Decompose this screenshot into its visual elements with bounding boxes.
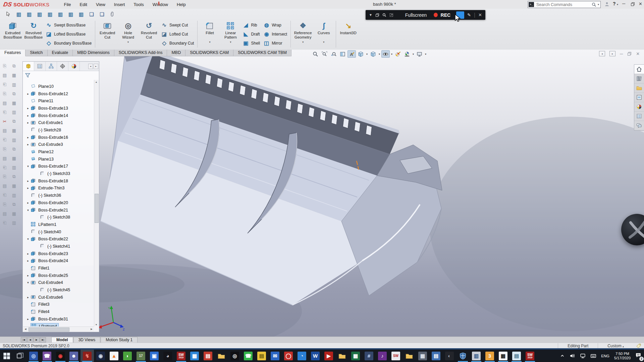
dock-tool-icon-1[interactable]: ⎘: [1, 62, 8, 70]
dock-tool-icon-25[interactable]: ⎘: [1, 173, 8, 180]
rib-button[interactable]: ◢Rib: [243, 21, 260, 29]
modeltab-model[interactable]: Model: [51, 337, 73, 343]
help-dropdown-icon[interactable]: ▾: [617, 3, 618, 6]
expand-icon[interactable]: ▸: [25, 179, 31, 183]
app-calculator[interactable]: ▦: [496, 350, 510, 362]
taskpane-view-palette[interactable]: [634, 93, 644, 102]
curves-button[interactable]: ∫Curves ▾: [313, 20, 334, 49]
tree-item-bossextrude21[interactable]: ▾Boss-Extrude21: [23, 206, 99, 214]
tree-item-plane10[interactable]: Plane10: [23, 83, 99, 90]
app-media[interactable]: ♪: [376, 350, 389, 362]
tree-tabs-left-icon[interactable]: ◂: [88, 64, 93, 69]
help-button[interactable]: ?: [613, 1, 616, 6]
tree-item-bossextrude20[interactable]: ▸Boss-Extrude20: [23, 199, 99, 206]
search-scope-icon[interactable]: >_: [529, 2, 534, 7]
tab-sketch[interactable]: Sketch: [25, 50, 47, 56]
expand-icon[interactable]: ▸: [25, 296, 31, 299]
dock-tool-icon-35[interactable]: ⎗: [1, 219, 8, 227]
vertical-scroll-thumb[interactable]: [95, 194, 99, 223]
dock-tool-icon-17[interactable]: ⎗: [1, 136, 8, 143]
pin-icon[interactable]: [156, 1, 161, 8]
intersect-button[interactable]: ◉Intersect: [263, 30, 287, 38]
wrap-button[interactable]: ◍Wrap: [263, 21, 287, 29]
taskpane-custom-properties[interactable]: [634, 112, 644, 121]
tray-chevron-up-icon[interactable]: [560, 353, 565, 358]
recorder-window-icon[interactable]: [375, 13, 379, 17]
viewport-close-button[interactable]: ✕: [636, 51, 640, 56]
expand-icon[interactable]: ▸: [25, 143, 31, 146]
next-tab-button[interactable]: ▶: [34, 337, 40, 343]
tree-item-cutextrude1[interactable]: ▸Cut-Extrude1: [23, 119, 99, 126]
recorder-pencil-icon[interactable]: ✎: [467, 12, 471, 17]
app-sphere[interactable]: ◕: [161, 350, 174, 362]
expand-icon[interactable]: ▸: [25, 274, 31, 277]
view-settings-icon[interactable]: [415, 50, 424, 58]
scroll-up-icon[interactable]: ▲: [94, 80, 98, 84]
document-icon-1[interactable]: ❏: [88, 10, 95, 18]
section-view-icon[interactable]: [338, 50, 347, 58]
apply-scene-icon-dropdown[interactable]: ▾: [413, 53, 414, 56]
menu-tools[interactable]: Tools: [129, 1, 148, 8]
expand-icon[interactable]: ▾: [25, 237, 31, 241]
dock-tool-icon-20[interactable]: ⧉: [10, 145, 18, 153]
dock-tool-icon-3[interactable]: ▤: [1, 72, 8, 79]
view-tool-icon-1[interactable]: ▥: [15, 10, 22, 18]
tree-item-fillet4[interactable]: Fillet4: [23, 308, 99, 315]
edit-appearance-icon[interactable]: [394, 50, 402, 58]
app-obs[interactable]: ◎: [228, 350, 241, 362]
previous-view-icon[interactable]: [329, 50, 338, 58]
document-icon-2[interactable]: ❏: [98, 10, 106, 18]
dock-tool-icon-11[interactable]: ⎗: [1, 109, 8, 116]
search-dropdown-icon[interactable]: ▾: [598, 3, 599, 6]
recorder-zoom-icon[interactable]: [382, 13, 386, 17]
reference-geometry-button[interactable]: ❖ReferenceGeometry▾: [292, 20, 313, 49]
app-tracen[interactable]: ◎: [27, 350, 40, 362]
tab-displaymanager[interactable]: [68, 62, 80, 71]
dock-tool-icon-29[interactable]: ⎗: [1, 191, 8, 199]
app-sw-alt[interactable]: SW: [389, 350, 402, 362]
annotation-views-icon[interactable]: [347, 50, 356, 58]
expand-icon[interactable]: ▾: [25, 208, 31, 212]
expand-icon[interactable]: ▸: [25, 114, 31, 117]
app-mail[interactable]: ✉: [268, 350, 282, 362]
start-button[interactable]: [0, 350, 13, 362]
tree-item-bossextrude23[interactable]: ▸Boss-Extrude23: [23, 250, 99, 257]
app-sublime[interactable]: 3: [483, 350, 496, 362]
app-discord[interactable]: ☻: [67, 350, 80, 362]
recorder-close-icon[interactable]: ✕: [478, 12, 482, 17]
tab-configurationmanager[interactable]: [46, 62, 57, 71]
app-reader[interactable]: ▤: [201, 350, 215, 362]
tag-icon[interactable]: [636, 343, 641, 349]
graphics-viewport[interactable]: Y X Z FeaturesSketchEvaluateMBD Dimensio…: [0, 50, 644, 337]
app-steam[interactable]: ◉: [94, 350, 107, 362]
recorder-floating-bubble[interactable]: [621, 214, 644, 245]
expand-icon[interactable]: ▸: [25, 201, 31, 204]
app-grid[interactable]: ▦: [416, 350, 429, 362]
taskpane-file-explorer[interactable]: [634, 83, 644, 93]
menu-help[interactable]: Help: [172, 1, 190, 8]
search-input[interactable]: [536, 2, 592, 7]
dock-tool-icon-22[interactable]: ▦: [10, 155, 18, 162]
dock-tool-icon-5[interactable]: ⎗: [1, 81, 8, 88]
tree-item-bossextrude12[interactable]: ▸Boss-Extrude12: [23, 90, 99, 98]
next-pane-button[interactable]: ▸: [609, 51, 615, 56]
expand-icon[interactable]: ▸: [25, 259, 31, 262]
modeltab-motion-study-1[interactable]: Motion Study 1: [101, 337, 138, 343]
tree-item-bossextrude31[interactable]: ▸Boss-Extrude31: [23, 315, 99, 323]
network-icon[interactable]: [580, 353, 586, 359]
hole-wizard-button-dropdown-icon[interactable]: ▾: [127, 41, 129, 44]
expand-icon[interactable]: ▸: [25, 92, 31, 96]
scroll-left-icon[interactable]: ◀: [23, 327, 28, 331]
close-button[interactable]: ✕: [639, 1, 642, 6]
tree-item-sketch40[interactable]: (-) Sketch40: [23, 228, 99, 236]
last-tab-button[interactable]: ▶|: [40, 337, 46, 343]
tree-item-fillet3[interactable]: Fillet3: [23, 301, 99, 308]
dock-tool-icon-23[interactable]: ⎗: [1, 164, 8, 171]
tree-item-sketch28[interactable]: (-) Sketch28: [23, 126, 99, 134]
app-perfmon[interactable]: ▥: [470, 350, 483, 362]
tree-item-bossextrude24[interactable]: ▸Boss-Extrude24: [23, 257, 99, 265]
app-folder-3[interactable]: [402, 350, 416, 362]
linear-pattern-button-dropdown-icon[interactable]: ▾: [230, 41, 231, 44]
app-word[interactable]: W: [309, 350, 322, 362]
minimize-button[interactable]: ─: [622, 1, 625, 6]
